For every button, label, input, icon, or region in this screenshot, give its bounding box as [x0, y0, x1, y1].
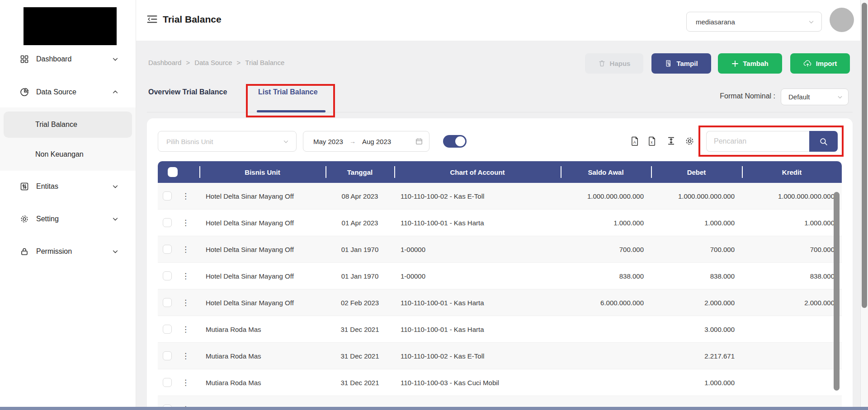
toggle-knob — [455, 136, 465, 146]
row-checkbox[interactable] — [163, 298, 172, 307]
chevron-down-icon — [112, 248, 118, 255]
sidebar-item-label: Setting — [36, 215, 59, 223]
cell-kredit — [742, 316, 842, 342]
company-select-value: mediasarana — [696, 18, 735, 26]
import-button[interactable]: Import — [790, 53, 850, 74]
date-range-picker[interactable]: May 2023 → Aug 2023 — [303, 131, 429, 152]
chevron-down-icon — [112, 216, 118, 222]
row-actions-menu-icon[interactable]: ⋮ — [182, 191, 189, 201]
cell-saldo-awal — [561, 316, 651, 342]
tab-list-trial-balance[interactable]: List Trial Balance — [258, 88, 318, 96]
column-header-tanggal[interactable]: Tanggal — [326, 161, 394, 183]
breadcrumb-item[interactable]: Trial Balance — [245, 59, 284, 66]
column-header-bisnis-unit[interactable]: Bisnis Unit — [199, 161, 326, 183]
cell-chart-of-account: 110-110-100-01 - Kas Harta — [394, 210, 561, 236]
topbar: Trial Balance mediasarana — [136, 0, 868, 41]
row-checkbox[interactable] — [163, 218, 172, 227]
pie-chart-icon — [20, 88, 30, 97]
date-arrow-icon: → — [349, 138, 356, 145]
cell-saldo-awal: 1.000.000 — [561, 210, 651, 236]
cell-kredit: 700.000 — [742, 236, 842, 262]
row-checkbox[interactable] — [163, 325, 172, 334]
company-select[interactable]: mediasarana — [686, 12, 822, 32]
tampil-button[interactable]: Tampil — [651, 53, 711, 74]
row-checkbox[interactable] — [163, 378, 172, 387]
column-header-chart-of-account[interactable]: Chart of Account — [394, 161, 561, 183]
breadcrumb-item[interactable]: Data Source — [194, 59, 232, 66]
format-nominal-label: Format Nominal : — [696, 92, 775, 100]
date-from: May 2023 — [313, 138, 343, 145]
page-scrollbar-track[interactable] — [860, 0, 868, 407]
app-logo — [24, 7, 117, 45]
search-icon — [819, 137, 828, 146]
sidebar-item-label: Data Source — [36, 88, 76, 96]
table-row: ⋮Hotel Delta Sinar Mayang Off01 Apr 2023… — [158, 210, 842, 236]
tab-overview-trial-balance[interactable]: Overview Trial Balance — [148, 88, 227, 96]
column-header-saldo-awal[interactable]: Saldo Awal — [561, 161, 651, 183]
hapus-button-label: Hapus — [610, 60, 631, 67]
hapus-button[interactable]: Hapus — [585, 53, 643, 74]
breadcrumb: Dashboard > Data Source > Trial Balance — [148, 59, 284, 66]
column-header-kredit[interactable]: Kredit — [742, 161, 842, 183]
sidebar: Dashboard Data Source Trial Balance Non … — [0, 0, 136, 407]
tambah-button[interactable]: Tambah — [718, 53, 782, 74]
menu-fold-icon[interactable] — [147, 15, 157, 23]
row-actions-menu-icon[interactable]: ⋮ — [182, 245, 189, 254]
row-checkbox[interactable] — [163, 271, 172, 280]
list-trial-balance-card: Pilih Bisnis Unit May 2023 → Aug 2023 — [147, 118, 853, 407]
sidebar-item-label: Dashboard — [36, 55, 71, 63]
format-nominal-select[interactable]: Default — [781, 89, 849, 105]
export-pdf-icon[interactable]: A — [631, 136, 639, 146]
page-scrollbar-thumb[interactable] — [862, 3, 867, 308]
cell-debet: 1.000.000 — [651, 210, 742, 236]
row-actions-menu-icon[interactable]: ⋮ — [182, 271, 189, 281]
sidebar-item-trial-balance[interactable]: Trial Balance — [4, 112, 132, 138]
sidebar-item-dashboard[interactable]: Dashboard — [0, 49, 136, 70]
sidebar-item-label: Non Keuangan — [35, 150, 84, 158]
sliders-icon — [20, 182, 30, 191]
table-scrollbar[interactable] — [834, 192, 840, 391]
cell-kredit: 1.000.000.000.000 — [742, 183, 842, 209]
sidebar-item-label: Permission — [36, 247, 72, 256]
cell-tanggal: 31 Dec 2021 — [326, 316, 394, 342]
toggle-switch[interactable] — [443, 135, 467, 148]
cell-debet: 838.000 — [651, 263, 742, 289]
row-actions-menu-icon[interactable]: ⋮ — [182, 218, 189, 228]
sidebar-item-setting[interactable]: Setting — [0, 209, 136, 229]
row-checkbox[interactable] — [163, 191, 172, 200]
search-button[interactable] — [809, 131, 838, 152]
sidebar-item-entitas[interactable]: Entitas — [0, 176, 136, 197]
sidebar-item-non-keuangan[interactable]: Non Keuangan — [4, 141, 132, 168]
row-checkbox[interactable] — [163, 245, 172, 254]
sidebar-item-label: Entitas — [36, 182, 58, 191]
chevron-down-icon — [112, 183, 118, 190]
select-all-checkbox[interactable] — [168, 167, 178, 177]
table-settings-gear-icon[interactable] — [685, 136, 694, 146]
cell-saldo-awal: 700.000 — [561, 236, 651, 262]
cell-chart-of-account: 1-00000 — [394, 236, 561, 262]
row-actions-menu-icon[interactable]: ⋮ — [182, 378, 189, 387]
search-input[interactable] — [706, 131, 809, 152]
cell-chart-of-account: 110-110-100-03 - Kas Cuci Mobil — [394, 369, 561, 396]
cell-kredit — [742, 343, 842, 369]
sidebar-item-data-source[interactable]: Data Source — [0, 82, 136, 102]
row-actions-menu-icon[interactable]: ⋮ — [182, 351, 189, 361]
row-actions-menu-icon[interactable]: ⋮ — [182, 325, 189, 334]
column-header-debet[interactable]: Debet — [651, 161, 742, 183]
avatar[interactable] — [830, 8, 854, 32]
export-excel-icon[interactable]: x — [648, 136, 656, 146]
sidebar-item-permission[interactable]: Permission — [0, 241, 136, 262]
cell-saldo-awal — [561, 343, 651, 369]
cloud-upload-icon — [803, 60, 812, 67]
cell-chart-of-account: 110-110-100-01 - Kas Harta — [394, 289, 561, 316]
row-actions-menu-icon[interactable]: ⋮ — [182, 298, 189, 308]
import-button-label: Import — [816, 60, 837, 67]
row-checkbox[interactable] — [163, 351, 172, 360]
row-height-icon[interactable] — [667, 136, 675, 145]
table-row: ⋮Hotel Delta Sinar Mayang Off01 Jan 1970… — [158, 263, 842, 289]
lock-icon — [20, 247, 30, 256]
business-unit-select[interactable]: Pilih Bisnis Unit — [158, 131, 297, 152]
app-window: Dashboard Data Source Trial Balance Non … — [0, 0, 868, 410]
cell-saldo-awal: 6.000.000.000 — [561, 289, 651, 316]
breadcrumb-item[interactable]: Dashboard — [148, 59, 181, 66]
